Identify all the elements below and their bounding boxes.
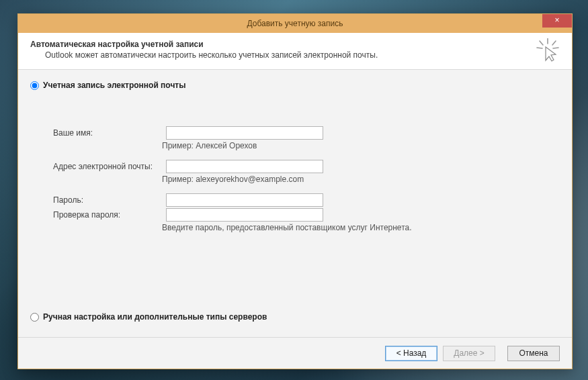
label-password-confirm: Проверка пароля: (53, 210, 166, 220)
hint-email: Пример: alexeyorekhov@example.com (162, 175, 560, 184)
row-password-confirm: Проверка пароля: (53, 208, 560, 222)
radio-email-account[interactable]: Учетная запись электронной почты (30, 81, 560, 90)
email-form: Ваше имя: Пример: Алексей Орехов Адрес э… (53, 126, 560, 232)
radio-manual-setup[interactable]: Ручная настройка или дополнительные типы… (30, 312, 267, 322)
svg-line-1 (540, 41, 543, 45)
wizard-header: Автоматическая настройка учетной записи … (18, 33, 572, 70)
back-button[interactable]: < Назад (385, 346, 437, 361)
input-email[interactable] (166, 160, 323, 173)
close-icon: × (554, 15, 559, 25)
radio-manual-setup-label: Ручная настройка или дополнительные типы… (43, 312, 267, 322)
add-account-dialog: Добавить учетную запись × Автоматическая… (17, 13, 573, 369)
header-subtitle: Outlook может автоматически настроить не… (45, 50, 560, 60)
header-title: Автоматическая настройка учетной записи (30, 40, 560, 49)
svg-line-4 (553, 48, 558, 48)
hint-password: Введите пароль, предоставленный поставщи… (162, 223, 560, 232)
label-name: Ваше имя: (53, 128, 166, 138)
cancel-button[interactable]: Отмена (507, 346, 560, 361)
wizard-footer: < Назад Далее > Отмена (18, 338, 572, 369)
label-email: Адрес электронной почты: (53, 162, 166, 171)
wizard-cursor-icon (536, 38, 560, 62)
close-button[interactable]: × (542, 14, 572, 28)
input-name[interactable] (166, 126, 323, 140)
titlebar: Добавить учетную запись × (18, 14, 572, 33)
svg-line-3 (537, 48, 542, 48)
row-email: Адрес электронной почты: (53, 160, 560, 173)
footer-separator (18, 337, 572, 338)
wizard-body: Учетная запись электронной почты Ваше им… (18, 70, 572, 338)
radio-manual-setup-input[interactable] (30, 313, 39, 322)
input-password-confirm[interactable] (166, 208, 323, 222)
input-password[interactable] (166, 193, 323, 207)
window-title: Добавить учетную запись (18, 14, 572, 33)
radio-email-account-input[interactable] (30, 81, 39, 90)
hint-name: Пример: Алексей Орехов (162, 141, 560, 150)
next-button[interactable]: Далее > (443, 346, 495, 361)
radio-email-account-label: Учетная запись электронной почты (43, 81, 186, 90)
row-password: Пароль: (53, 193, 560, 207)
label-password: Пароль: (53, 195, 166, 205)
row-name: Ваше имя: (53, 126, 560, 140)
svg-line-2 (552, 41, 556, 45)
